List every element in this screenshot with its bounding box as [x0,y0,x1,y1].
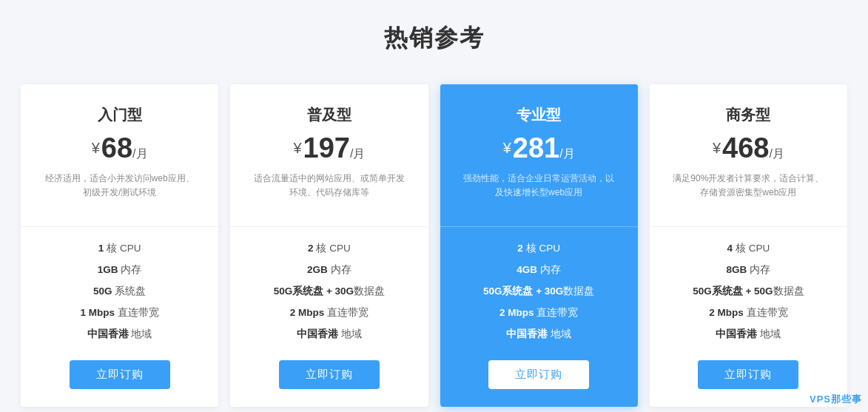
card-name-business: 商务型 [662,105,835,125]
spec-item-business-1: 8GB 内存 [727,263,771,277]
spec-item-professional-4: 中国香港 地域 [506,328,571,342]
divider-business [650,226,847,227]
card-desc-professional: 强劲性能，适合企业日常运营活动，以及快速增长型web应用 [452,172,626,204]
spec-item-professional-2: 50G系统盘 + 30G数据盘 [483,285,594,299]
order-button-professional[interactable]: 立即订购 [488,360,589,389]
card-professional: 专业型¥281/月强劲性能，适合企业日常运营活动，以及快速增长型web应用2 核… [440,84,638,407]
spec-item-professional-3: 2 Mbps 直连带宽 [499,306,578,320]
divider-professional [440,226,638,227]
card-header-starter: 入门型¥68/月经济适用，适合小并发访问web应用、初级开发/测试环境 [21,84,218,217]
order-button-business[interactable]: 立即订购 [698,360,798,389]
card-header-business: 商务型¥468/月满足90%开发者计算要求，适合计算、存储资源密集型web应用 [650,84,847,217]
spec-item-professional-1: 4GB 内存 [517,263,561,277]
spec-item-standard-2: 50G系统盘 + 30G数据盘 [274,285,385,299]
card-name-standard: 普及型 [242,105,416,125]
card-desc-starter: 经济适用，适合小并发访问web应用、初级开发/测试环境 [33,172,206,204]
card-header-standard: 普及型¥197/月适合流量适中的网站应用、或简单开发环境、代码存储库等 [230,84,428,217]
spec-item-professional-0: 2 核 CPU [517,242,560,256]
spec-item-starter-2: 50G 系统盘 [93,285,146,299]
spec-item-starter-3: 1 Mbps 直连带宽 [80,306,158,320]
spec-item-starter-4: 中国香港 地域 [87,328,152,342]
cards-container: 入门型¥68/月经济适用，适合小并发访问web应用、初级开发/测试环境1 核 C… [15,84,853,407]
spec-item-business-4: 中国香港 地域 [716,328,781,342]
card-desc-standard: 适合流量适中的网站应用、或简单开发环境、代码存储库等 [242,172,416,204]
order-button-standard[interactable]: 立即订购 [279,360,380,389]
card-price-standard: ¥197/月 [242,132,416,164]
spec-item-starter-1: 1GB 内存 [98,263,142,277]
card-specs-business: 4 核 CPU8GB 内存50G系统盘 + 50G数据盘2 Mbps 直连带宽中… [650,236,847,353]
spec-item-standard-0: 2 核 CPU [308,242,351,256]
spec-item-business-3: 2 Mbps 直连带宽 [709,306,787,320]
card-name-starter: 入门型 [33,105,206,125]
card-specs-professional: 2 核 CPU4GB 内存50G系统盘 + 30G数据盘2 Mbps 直连带宽中… [440,236,638,353]
divider-starter [21,226,218,227]
card-name-professional: 专业型 [452,105,626,125]
card-business: 商务型¥468/月满足90%开发者计算要求，适合计算、存储资源密集型web应用4… [650,84,847,407]
card-standard: 普及型¥197/月适合流量适中的网站应用、或简单开发环境、代码存储库等2 核 C… [230,84,428,407]
card-desc-business: 满足90%开发者计算要求，适合计算、存储资源密集型web应用 [662,172,835,204]
card-starter: 入门型¥68/月经济适用，适合小并发访问web应用、初级开发/测试环境1 核 C… [21,84,218,407]
spec-item-starter-0: 1 核 CPU [98,242,141,256]
spec-item-standard-3: 2 Mbps 直连带宽 [290,306,369,320]
order-button-starter[interactable]: 立即订购 [70,360,170,389]
page-title: 热销参考 [384,22,485,55]
card-specs-standard: 2 核 CPU2GB 内存50G系统盘 + 30G数据盘2 Mbps 直连带宽中… [230,236,428,353]
card-header-professional: 专业型¥281/月强劲性能，适合企业日常运营活动，以及快速增长型web应用 [440,84,638,217]
spec-item-business-2: 50G系统盘 + 50G数据盘 [693,285,804,299]
card-price-starter: ¥68/月 [33,132,206,164]
spec-item-business-0: 4 核 CPU [727,242,770,256]
spec-item-standard-4: 中国香港 地域 [297,328,362,342]
card-price-business: ¥468/月 [662,132,835,164]
divider-standard [230,226,428,227]
card-specs-starter: 1 核 CPU1GB 内存50G 系统盘1 Mbps 直连带宽中国香港 地域 [21,236,218,353]
card-price-professional: ¥281/月 [452,132,626,164]
spec-item-standard-1: 2GB 内存 [307,263,351,277]
